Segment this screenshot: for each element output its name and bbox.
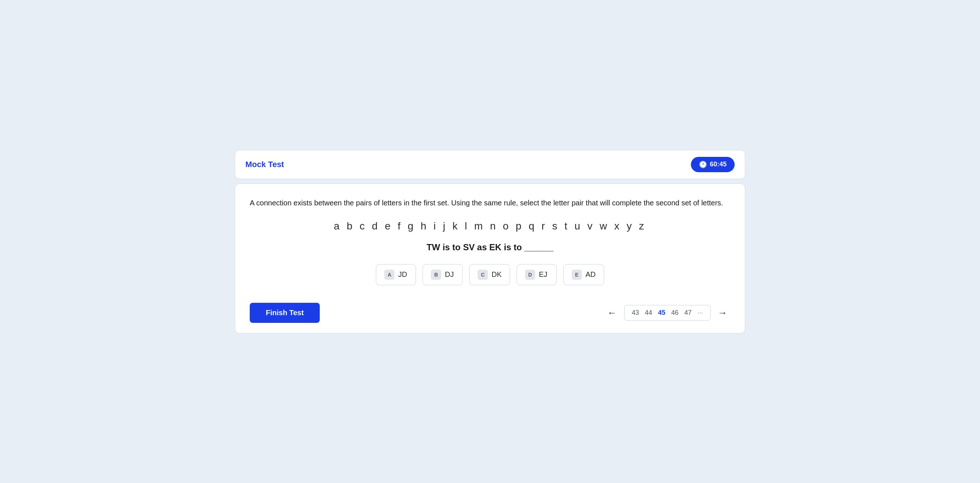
option-d[interactable]: D EJ [517,264,557,285]
option-b-label: B [431,269,441,280]
header-card: Mock Test 🕐 60:45 [235,150,745,179]
option-c-value: DK [492,270,502,279]
option-e-label: E [572,269,582,280]
finish-test-button[interactable]: Finish Test [250,303,320,323]
question-instruction: A connection exists between the pairs of… [250,197,730,209]
alphabet-display: a b c d e f g h i j k l m n o p q r s t … [250,220,730,232]
timer-button[interactable]: 🕐 60:45 [691,157,735,172]
option-e[interactable]: E AD [563,264,604,285]
pagination: ← 43 44 45 46 47 ··· → [605,305,730,320]
option-d-label: D [525,269,535,280]
page-numbers-box: 43 44 45 46 47 ··· [624,305,711,320]
next-page-button[interactable]: → [715,306,730,320]
option-e-value: AD [585,270,596,279]
page-43[interactable]: 43 [632,309,639,317]
option-a-value: JD [398,270,407,279]
page-45[interactable]: 45 [658,309,665,317]
content-card: A connection exists between the pairs of… [235,183,745,333]
page-47[interactable]: 47 [684,309,692,317]
option-c-label: C [477,269,488,280]
option-a-label: A [384,269,395,280]
page-46[interactable]: 46 [671,309,678,317]
question-prompt: TW is to SV as EK is to ______ [250,242,730,252]
main-container: Mock Test 🕐 60:45 A connection exists be… [235,150,745,333]
clock-icon: 🕐 [699,161,707,169]
prev-page-button[interactable]: ← [605,306,620,320]
option-c[interactable]: C DK [469,264,510,285]
option-a[interactable]: A JD [376,264,416,285]
option-d-value: EJ [539,270,547,279]
mock-test-title: Mock Test [245,160,284,169]
page-44[interactable]: 44 [645,309,652,317]
page-ellipsis: ··· [697,309,703,317]
option-b[interactable]: B DJ [423,264,463,285]
option-b-value: DJ [445,270,453,279]
options-row: A JD B DJ C DK D EJ E AD [250,264,730,285]
footer-row: Finish Test ← 43 44 45 46 47 ··· → [250,303,730,323]
timer-value: 60:45 [710,161,727,168]
